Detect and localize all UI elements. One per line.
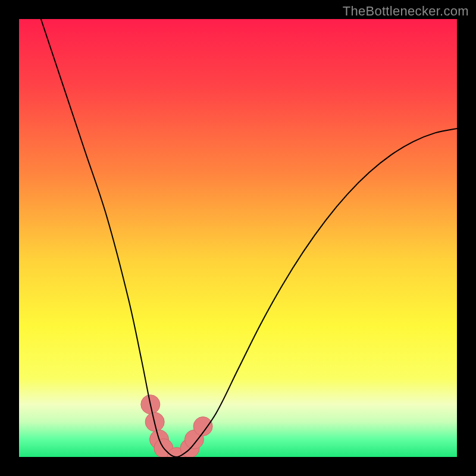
chart-overlay xyxy=(19,19,457,457)
marker-group xyxy=(141,395,212,457)
bottleneck-curve xyxy=(41,19,457,457)
watermark-text: TheBottlenecker.com xyxy=(343,4,469,19)
chart-area xyxy=(19,19,457,457)
